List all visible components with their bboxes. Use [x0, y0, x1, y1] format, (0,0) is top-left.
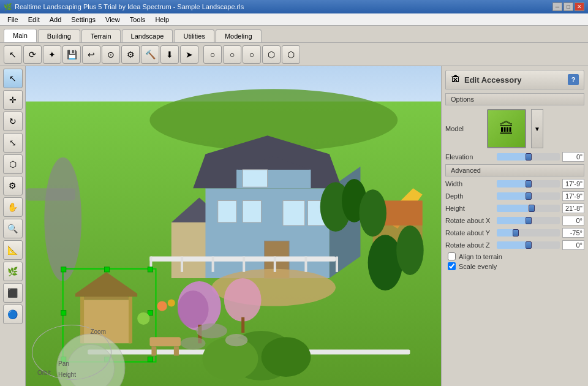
sidebar-scale[interactable]: ⤡ — [3, 133, 23, 153]
tab-utilities[interactable]: Utilities — [174, 29, 214, 42]
model-label: Model — [445, 125, 482, 132]
menu-edit[interactable]: Edit — [23, 15, 45, 25]
rotate-y-label: Rotate about Y — [445, 229, 494, 237]
rotate-y-slider[interactable] — [497, 229, 560, 237]
svg-point-55 — [396, 225, 424, 275]
close-button[interactable]: ✕ — [575, 2, 584, 11]
width-slider[interactable] — [497, 180, 560, 187]
elevation-slider[interactable] — [497, 153, 560, 161]
svg-point-67 — [137, 312, 149, 325]
svg-point-49 — [224, 278, 262, 322]
tool-ring3[interactable]: ○ — [243, 45, 261, 64]
sidebar-terrain-paint[interactable]: 🌿 — [3, 262, 23, 281]
model-dropdown[interactable]: ▼ — [531, 109, 543, 148]
help-button[interactable]: ? — [568, 74, 579, 85]
tool-circle[interactable]: ⊙ — [102, 45, 120, 64]
navigation-widget: Zoom Orbit Pan Height — [32, 325, 111, 380]
scale-evenly-row: Scale evenly — [448, 262, 584, 270]
svg-rect-24 — [243, 257, 245, 272]
height-slider[interactable] — [497, 205, 560, 212]
svg-rect-15 — [283, 201, 304, 225]
tool-down[interactable]: ⬇ — [160, 45, 179, 64]
panel-title: Edit Accessory — [464, 75, 564, 85]
tab-landscape[interactable]: Landscape — [122, 29, 173, 42]
tool-arrow[interactable]: ➤ — [180, 45, 198, 64]
app-icon: 🌿 — [4, 3, 12, 11]
model-thumbnail[interactable]: 🏛 — [487, 109, 526, 148]
tool-orbit[interactable]: ⟳ — [23, 45, 42, 64]
depth-label: Depth — [445, 192, 494, 200]
sidebar-hand[interactable]: ✋ — [3, 197, 23, 217]
options-section-header: Options — [445, 93, 584, 105]
sidebar-move[interactable]: ✛ — [3, 90, 23, 110]
tab-building[interactable]: Building — [38, 29, 80, 42]
viewport[interactable]: Zoom Orbit Pan Height — [26, 66, 441, 386]
main-area: ↖ ✛ ↻ ⤡ ⬡ ⚙ ✋ 🔍 📐 🌿 ⬛ 🔵 — [0, 66, 588, 386]
svg-rect-40 — [148, 267, 153, 272]
sidebar-rotate[interactable]: ↻ — [3, 112, 23, 131]
advanced-section-header: Advanced — [445, 164, 584, 176]
svg-rect-45 — [148, 357, 153, 362]
svg-point-47 — [178, 290, 209, 328]
menu-tools[interactable]: Tools — [125, 15, 151, 25]
tool-hex2[interactable]: ⬡ — [282, 45, 300, 64]
sidebar-square[interactable]: ⬛ — [3, 283, 23, 303]
height-label: Height — [58, 371, 76, 378]
right-panel: 🏚 Edit Accessory ? Options Model 🏛 ▼ Ele… — [441, 66, 588, 386]
sidebar-hex[interactable]: ⬡ — [3, 154, 23, 174]
rotate-x-row: Rotate about X 0° — [445, 216, 584, 225]
zoom-label: Zoom — [90, 328, 106, 335]
sidebar-measure[interactable]: 📐 — [3, 240, 23, 260]
height-label: Height — [445, 205, 494, 212]
tab-main[interactable]: Main — [4, 29, 37, 42]
svg-rect-26 — [304, 257, 307, 272]
tool-save[interactable]: 💾 — [62, 45, 81, 64]
maximize-button[interactable]: □ — [564, 2, 573, 11]
tab-modeling[interactable]: Modeling — [216, 29, 262, 42]
svg-rect-23 — [212, 257, 214, 272]
tool-gear[interactable]: ⚙ — [121, 45, 140, 64]
svg-rect-17 — [243, 170, 267, 187]
tab-bar: Main Building Terrain Landscape Utilitie… — [0, 26, 588, 43]
svg-point-62 — [196, 324, 227, 338]
menu-add[interactable]: Add — [45, 15, 67, 25]
svg-rect-36 — [129, 297, 132, 343]
rotate-x-slider[interactable] — [497, 217, 560, 224]
rotate-y-row: Rotate about Y -75° — [445, 228, 584, 238]
tool-pan[interactable]: ✦ — [43, 45, 61, 64]
menu-help[interactable]: Help — [150, 15, 174, 25]
sidebar-select[interactable]: ↖ — [3, 69, 23, 88]
tool-hex1[interactable]: ⬡ — [262, 45, 281, 64]
svg-point-65 — [157, 301, 167, 311]
tool-hammer[interactable]: 🔨 — [141, 45, 159, 64]
orbit-label: Orbit — [37, 369, 51, 376]
rotate-x-label: Rotate about X — [445, 217, 494, 224]
sidebar-circle-tool[interactable]: 🔵 — [3, 305, 23, 324]
svg-rect-59 — [149, 337, 181, 346]
menu-settings[interactable]: Settings — [66, 15, 100, 25]
model-row: Model 🏛 ▼ — [445, 109, 584, 148]
menu-file[interactable]: File — [2, 15, 23, 25]
panel-header: 🏚 Edit Accessory ? — [445, 70, 584, 89]
pan-label: Pan — [58, 360, 69, 367]
minimize-button[interactable]: ─ — [552, 2, 562, 11]
align-terrain-checkbox[interactable] — [448, 252, 456, 260]
tab-terrain[interactable]: Terrain — [81, 29, 121, 42]
tool-undo[interactable]: ↩ — [82, 45, 100, 64]
svg-rect-39 — [105, 267, 110, 272]
depth-slider[interactable] — [497, 192, 560, 200]
tool-ring2[interactable]: ○ — [223, 45, 241, 64]
depth-value: 17'-9" — [562, 191, 584, 201]
scale-evenly-checkbox[interactable] — [448, 262, 456, 270]
width-row: Width 17'-9" — [445, 179, 584, 189]
height-value: 21'-8" — [562, 203, 584, 213]
tool-pointer[interactable]: ↖ — [4, 45, 22, 64]
align-terrain-label: Align to terrain — [459, 253, 502, 260]
sidebar-search[interactable]: 🔍 — [3, 219, 23, 238]
menu-view[interactable]: View — [100, 15, 125, 25]
tool-ring1[interactable]: ○ — [203, 45, 222, 64]
sidebar-gear[interactable]: ⚙ — [3, 176, 23, 195]
left-sidebar: ↖ ✛ ↻ ⤡ ⬡ ⚙ ✋ 🔍 📐 🌿 ⬛ 🔵 — [0, 66, 26, 386]
rotate-x-value: 0° — [562, 216, 584, 225]
rotate-z-slider[interactable] — [497, 241, 560, 249]
